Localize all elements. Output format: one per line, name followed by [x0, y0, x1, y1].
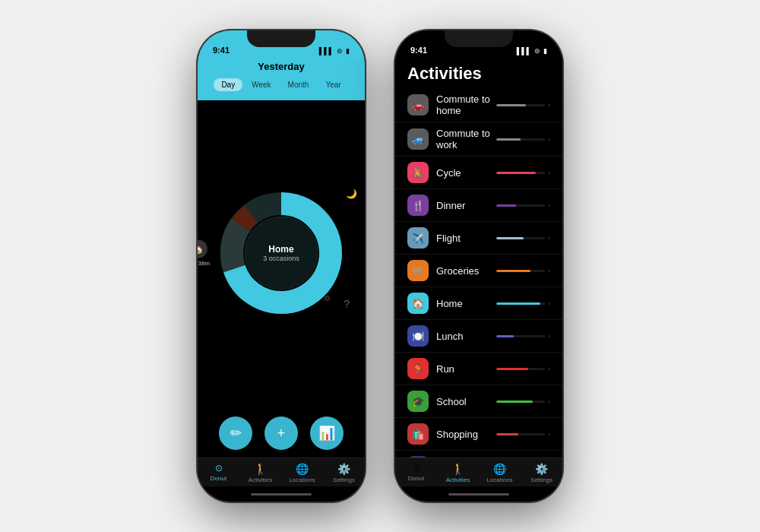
chevron-icon: ›	[548, 431, 550, 438]
donut-tab-icon: ⊙	[215, 463, 223, 473]
status-time: 9:41	[213, 46, 230, 55]
notch	[247, 30, 315, 47]
activity-bar-track	[496, 204, 545, 207]
tab-week[interactable]: Week	[244, 78, 278, 91]
activity-bar-fill	[496, 433, 518, 435]
activity-bar-track	[496, 237, 545, 239]
home-bar	[251, 493, 312, 496]
activity-bar-fill	[496, 104, 525, 106]
donut-center-title: Home	[263, 244, 299, 255]
chart-button[interactable]: 📊	[310, 416, 344, 450]
list-item[interactable]: 🏃 Run ›	[395, 353, 562, 385]
locations-tab-icon: 🌐	[296, 463, 309, 475]
activities-content: Activities 🚗 Commute to home ›	[395, 58, 562, 458]
tab-donut[interactable]: ⊙ Donut	[198, 463, 239, 483]
car-right-icon: 🚙	[412, 134, 424, 145]
phone-donut: 9:41 ▌▌▌ ⊜ ▮ Yesterday Day Week Month Ye…	[198, 30, 365, 502]
activity-row-content: Commute to work ›	[429, 128, 550, 150]
chevron-icon: ›	[548, 136, 550, 143]
tab-locations-2[interactable]: 🌐 Locations	[479, 463, 521, 483]
edit-button[interactable]: ✏	[219, 416, 252, 450]
activity-bar-fill	[496, 270, 530, 272]
settings-tab-icon-2: ⚙️	[535, 463, 548, 475]
list-item[interactable]: 🛍️ Shopping ›	[395, 418, 562, 451]
activities-screen: Activities 🚗 Commute to home ›	[395, 58, 562, 486]
bar-chart-icon: 📊	[318, 425, 335, 442]
chevron-icon: ›	[548, 102, 550, 109]
tab-donut-2[interactable]: ⊙ Donut	[395, 463, 437, 483]
activity-bar-track	[496, 104, 545, 106]
locations-tab-icon-2: 🌐	[493, 463, 506, 475]
flight-icon: ✈️	[412, 233, 424, 244]
tab-settings-2[interactable]: ⚙️ Settings	[521, 463, 562, 483]
list-item[interactable]: 🍽️ Lunch ›	[395, 320, 562, 353]
activity-bar-fill	[496, 204, 516, 207]
activity-icon-shopping: 🛍️	[407, 423, 429, 445]
locations-tab-label-2: Locations	[486, 477, 512, 483]
chevron-icon: ›	[548, 398, 550, 405]
activity-row-content: Flight ›	[429, 233, 550, 244]
list-item[interactable]: 🚗 Commute to home ›	[395, 88, 562, 122]
home-label: 🏠 12h 38m	[198, 240, 210, 267]
phone-activities: 9:41 ▌▌▌ ⊜ ▮ Activities 🚗 Commute to hom…	[395, 30, 562, 502]
tab-month[interactable]: Month	[280, 78, 317, 91]
list-item[interactable]: 🌙 Sleep ›	[395, 451, 562, 458]
activity-bar-track	[496, 172, 545, 174]
list-item[interactable]: ✈️ Flight ›	[395, 222, 562, 255]
activity-name-shopping: Shopping	[436, 429, 492, 440]
settings-tab-label: Settings	[333, 477, 355, 483]
cycle-icon: 🚴	[412, 167, 424, 179]
activity-bar-track	[496, 302, 545, 305]
activity-name-lunch: Lunch	[436, 331, 492, 342]
home-bar-2	[448, 493, 509, 496]
activity-bar-track	[496, 433, 545, 435]
add-button[interactable]: +	[264, 416, 298, 450]
activities-tab-label-2: Activities	[446, 477, 470, 483]
activity-bar-fill	[496, 368, 528, 370]
activity-name-flight: Flight	[436, 233, 492, 244]
lunch-icon: 🍽️	[412, 331, 424, 342]
list-item[interactable]: 🚙 Commute to work ›	[395, 122, 562, 157]
chevron-icon: ›	[548, 333, 550, 340]
donut-center: Home 3 occasions	[263, 244, 299, 262]
activity-icon-lunch: 🍽️	[407, 325, 429, 347]
activity-right	[492, 138, 545, 141]
home-icon: 🏠	[412, 298, 424, 309]
donut-tab-icon-2: ⊙	[413, 463, 420, 473]
tab-bar-2: ⊙ Donut 🚶 Activities 🌐 Locations ⚙️ Sett…	[395, 458, 562, 486]
activity-name-run: Run	[436, 363, 492, 375]
list-item[interactable]: 🏠 Home ›	[395, 287, 562, 320]
chevron-icon: ›	[548, 235, 550, 242]
list-item[interactable]: 🛒 Groceries ›	[395, 255, 562, 287]
activity-bar-fill	[496, 335, 513, 337]
home-indicator	[198, 486, 365, 502]
school-icon: 🎓	[412, 396, 424, 407]
activity-bar-track	[496, 401, 545, 403]
tab-settings[interactable]: ⚙️ Settings	[323, 463, 365, 483]
activity-right	[492, 270, 545, 272]
tab-year[interactable]: Year	[318, 78, 348, 91]
activity-right	[492, 237, 545, 239]
list-item[interactable]: 🚴 Cycle ›	[395, 157, 562, 189]
chevron-icon: ›	[548, 202, 550, 209]
list-item[interactable]: 🎓 School ›	[395, 385, 562, 418]
activity-right	[492, 368, 545, 370]
activity-row-content: Cycle ›	[429, 167, 550, 179]
shopping-icon: 🛍️	[412, 429, 424, 440]
activities-heading: Activities	[395, 58, 562, 88]
tab-activities[interactable]: 🚶 Activities	[239, 463, 281, 483]
tab-locations[interactable]: 🌐 Locations	[281, 463, 323, 483]
home-duration: 12h 38m	[198, 260, 210, 267]
activity-row-content: Commute to home ›	[429, 93, 550, 116]
wifi-icon-2: ⊜	[534, 47, 540, 55]
activity-icon-cycle: 🚴	[407, 162, 429, 183]
activity-name-commute-home: Commute to home	[436, 93, 492, 116]
tab-day[interactable]: Day	[214, 78, 242, 91]
notch-2	[445, 30, 513, 47]
donut-area: 🏠 12h 38m	[198, 100, 365, 406]
activity-bar-fill	[496, 237, 523, 239]
activity-row-content: Dinner ›	[429, 200, 550, 211]
list-item[interactable]: 🍴 Dinner ›	[395, 189, 562, 222]
activity-row-content: Run ›	[429, 363, 550, 375]
tab-activities-2[interactable]: 🚶 Activities	[437, 463, 479, 483]
